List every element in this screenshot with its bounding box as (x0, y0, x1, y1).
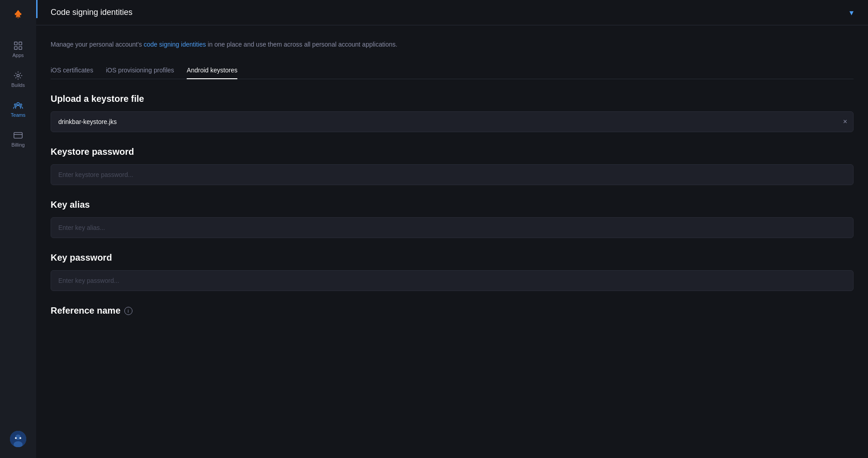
reference-name-section: Reference name i (51, 305, 854, 316)
file-name-display: drinkbar-keystore.jks (58, 118, 117, 125)
keystore-password-title: Keystore password (51, 147, 854, 157)
upload-section-title: Upload a keystore file (51, 94, 854, 104)
sidebar-item-apps[interactable]: Apps (0, 34, 36, 64)
upload-keystore-section: Upload a keystore file drinkbar-keystore… (51, 94, 854, 132)
tab-ios-provisioning-profiles[interactable]: iOS provisioning profiles (106, 62, 174, 79)
svg-point-4 (17, 74, 19, 77)
reference-name-title: Reference name (51, 305, 121, 316)
header-chevron-icon[interactable]: ▾ (849, 8, 854, 18)
content-area: Manage your personal account's code sign… (36, 25, 868, 458)
svg-point-7 (20, 104, 22, 105)
svg-rect-3 (19, 47, 22, 49)
sidebar-item-billing[interactable]: Billing (0, 124, 36, 154)
key-alias-input[interactable] (51, 217, 854, 238)
key-password-section: Key password (51, 253, 854, 291)
description-text-after: in one place and use them across all per… (206, 41, 397, 48)
svg-rect-8 (14, 133, 22, 138)
sidebar-item-apps-label: Apps (12, 52, 24, 58)
svg-point-10 (15, 434, 21, 440)
sidebar-item-teams[interactable]: Teams (0, 94, 36, 124)
description-paragraph: Manage your personal account's code sign… (51, 40, 854, 49)
key-password-input[interactable] (51, 270, 854, 291)
user-avatar[interactable] (10, 431, 26, 447)
key-alias-title: Key alias (51, 200, 854, 210)
app-logo[interactable] (8, 5, 28, 25)
file-input-display[interactable]: drinkbar-keystore.jks (51, 111, 854, 132)
tab-ios-certificates[interactable]: iOS certificates (51, 62, 93, 79)
sidebar-navigation: Apps Builds (0, 34, 36, 431)
sidebar-item-teams-label: Teams (11, 112, 25, 118)
page-indicator (36, 0, 38, 18)
svg-rect-1 (19, 42, 22, 45)
file-clear-button[interactable]: × (843, 118, 847, 126)
key-alias-section: Key alias (51, 200, 854, 238)
key-password-title: Key password (51, 253, 854, 263)
tabs-container: iOS certificates iOS provisioning profil… (51, 62, 854, 79)
page-title: Code signing identities (51, 8, 132, 17)
file-input-container: drinkbar-keystore.jks × (51, 111, 854, 132)
sidebar-item-builds-label: Builds (11, 82, 25, 88)
keystore-password-section: Keystore password (51, 147, 854, 185)
reference-name-title-row: Reference name i (51, 305, 854, 316)
sidebar-bottom (10, 431, 26, 453)
sidebar: Apps Builds (0, 0, 36, 458)
reference-name-info-icon[interactable]: i (124, 307, 132, 315)
svg-rect-2 (14, 47, 17, 49)
sidebar-item-billing-label: Billing (11, 142, 24, 148)
main-content: Code signing identities ▾ Manage your pe… (36, 0, 868, 458)
svg-point-12 (15, 437, 17, 439)
svg-point-13 (19, 437, 21, 439)
svg-point-5 (17, 103, 19, 105)
svg-point-6 (14, 104, 16, 105)
sidebar-item-builds[interactable]: Builds (0, 64, 36, 94)
description-text-before: Manage your personal account's (51, 41, 144, 48)
code-signing-link[interactable]: code signing identities (144, 41, 206, 48)
page-header: Code signing identities ▾ (36, 0, 868, 25)
tab-android-keystores[interactable]: Android keystores (187, 62, 237, 79)
svg-rect-0 (14, 42, 17, 45)
keystore-password-input[interactable] (51, 164, 854, 185)
